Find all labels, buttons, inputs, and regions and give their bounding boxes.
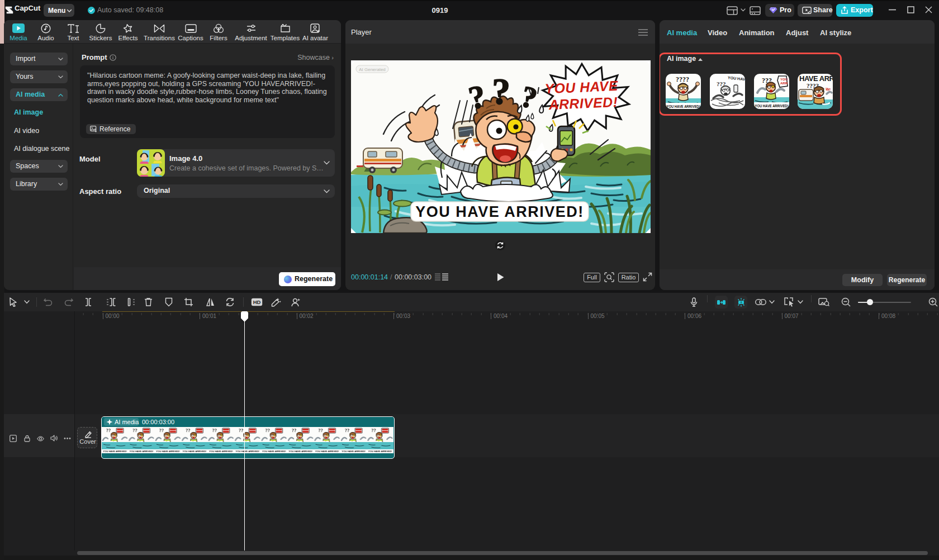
svg-text:?: ? [491, 70, 511, 112]
svg-text:ARRIVED!: ARRIVED! [548, 94, 618, 112]
svg-text:YOU HAVE ARRIVED!: YOU HAVE ARRIVED! [415, 203, 584, 220]
svg-text:HD: HD [253, 299, 261, 305]
svg-text:????: ???? [676, 75, 689, 83]
svg-text:AI Generated: AI Generated [359, 67, 386, 72]
svg-text:YOU HAVE ARRIVED!: YOU HAVE ARRIVED! [667, 104, 700, 109]
svg-text:YOU HAVE: YOU HAVE [544, 78, 619, 97]
svg-text:YOU: YOU [780, 78, 788, 81]
svg-text:YOU HAVE ARRIVED!: YOU HAVE ARRIVED! [755, 103, 789, 108]
svg-text:ARR: ARR [780, 82, 788, 85]
svg-text:HAVE ARRI: HAVE ARRI [799, 74, 833, 83]
